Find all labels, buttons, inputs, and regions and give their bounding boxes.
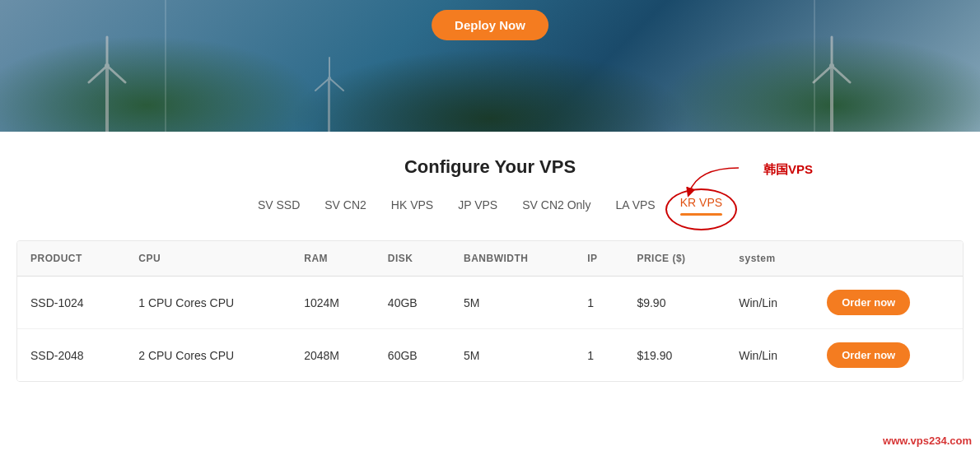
tab-kr-vps[interactable]: KR VPS [680, 192, 722, 213]
svg-line-13 [832, 66, 850, 82]
tab-sv-cn2[interactable]: SV CN2 [324, 194, 366, 216]
tab-active-underline [680, 213, 722, 216]
turbine-right [807, 25, 856, 132]
col-ram: RAM [291, 241, 375, 277]
tab-sv-ssd[interactable]: SV SSD [258, 194, 300, 216]
svg-line-4 [89, 66, 107, 82]
products-table: PRODUCT CPU RAM DISK BANBWIDTH IP PRICE … [17, 241, 963, 381]
cell-disk-2: 60GB [375, 329, 450, 382]
products-table-section: PRODUCT CPU RAM DISK BANBWIDTH IP PRICE … [16, 240, 964, 382]
cell-ip-2: 1 [574, 329, 623, 382]
col-cpu: CPU [125, 241, 291, 277]
col-system: system [726, 241, 814, 277]
cell-product-1: SSD-1024 [17, 277, 125, 329]
svg-rect-0 [105, 66, 109, 132]
order-now-button-2[interactable]: Order now [827, 342, 910, 368]
col-bandwidth: BANBWIDTH [450, 241, 574, 277]
svg-line-14 [814, 66, 832, 82]
tab-sv-cn2-only[interactable]: SV CN2 Only [522, 194, 590, 216]
svg-rect-5 [328, 78, 330, 132]
cell-bandwidth-1: 5M [450, 277, 574, 329]
hero-banner: Deploy Now [0, 0, 980, 132]
col-action [814, 241, 963, 277]
col-ip: IP [574, 241, 623, 277]
cell-action-1: Order now [814, 277, 963, 329]
col-disk: DISK [375, 241, 450, 277]
svg-line-9 [315, 78, 329, 91]
table-header-row: PRODUCT CPU RAM DISK BANBWIDTH IP PRICE … [17, 241, 963, 277]
tabs-navigation: SV SSD SV CN2 HK VPS JP VPS SV CN2 Only … [16, 194, 964, 216]
col-product: PRODUCT [17, 241, 125, 277]
cell-cpu-2: 2 CPU Cores CPU [125, 329, 291, 382]
turbine-left [82, 25, 132, 132]
cell-ram-1: 1024M [291, 277, 375, 329]
kr-annotation-label: 韩国VPS [763, 162, 813, 178]
hero-divider-left [165, 0, 166, 132]
cell-price-1: $9.90 [623, 277, 726, 329]
order-now-button-1[interactable]: Order now [827, 290, 910, 315]
svg-line-8 [329, 78, 343, 91]
col-price: PRICE ($) [623, 241, 726, 277]
cell-cpu-1: 1 CPU Cores CPU [125, 277, 291, 329]
table-row: SSD-2048 2 CPU Cores CPU 2048M 60GB 5M 1… [17, 329, 963, 382]
cell-ram-2: 2048M [291, 329, 375, 382]
deploy-now-button[interactable]: Deploy Now [432, 10, 548, 40]
cell-ip-1: 1 [574, 277, 623, 329]
cell-product-2: SSD-2048 [17, 329, 125, 382]
configure-section: Configure Your VPS SV SSD SV CN2 HK VPS … [0, 132, 980, 240]
tab-jp-vps[interactable]: JP VPS [458, 194, 497, 216]
turbine-center-left [313, 49, 346, 132]
configure-title: Configure Your VPS [16, 156, 964, 178]
cell-system-1: Win/Lin [726, 277, 814, 329]
tab-la-vps[interactable]: LA VPS [615, 194, 655, 216]
cell-bandwidth-2: 5M [450, 329, 574, 382]
svg-rect-10 [830, 66, 833, 132]
cell-disk-1: 40GB [375, 277, 450, 329]
svg-line-3 [107, 66, 125, 82]
cell-system-2: Win/Lin [726, 329, 814, 382]
cell-action-2: Order now [814, 329, 963, 382]
table-row: SSD-1024 1 CPU Cores CPU 1024M 40GB 5M 1… [17, 277, 963, 329]
cell-price-2: $19.90 [623, 329, 726, 382]
tab-hk-vps[interactable]: HK VPS [391, 194, 433, 216]
tab-kr-vps-wrapper: 韩国VPS KR VPS [680, 195, 722, 216]
